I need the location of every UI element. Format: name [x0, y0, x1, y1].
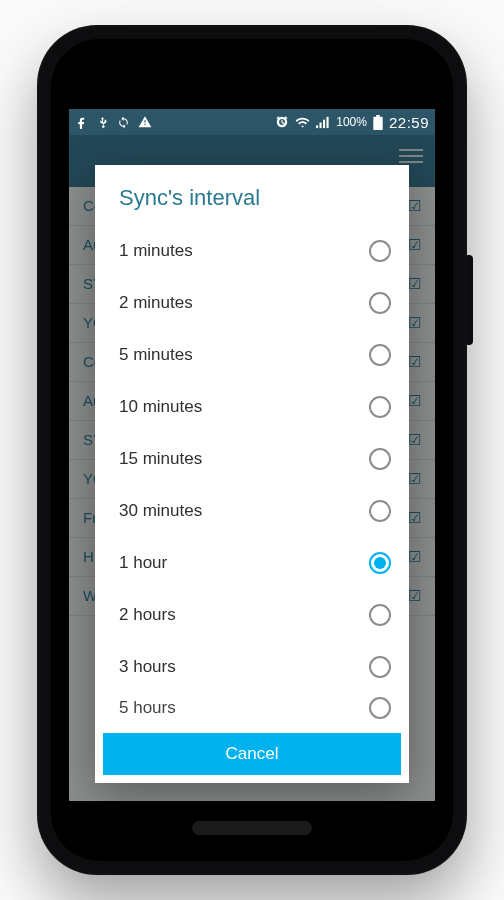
- phone-frame: 100% 22:59 Co☑Au☑SY☑YO☑Co☑Au☑SY☑YO☑Fr☑H☑…: [37, 25, 467, 875]
- option-label: 2 hours: [119, 605, 176, 625]
- radio-icon[interactable]: [369, 656, 391, 678]
- alarm-icon: [275, 115, 289, 129]
- radio-icon[interactable]: [369, 396, 391, 418]
- interval-option[interactable]: 10 minutes: [113, 381, 399, 433]
- radio-icon[interactable]: [369, 448, 391, 470]
- radio-icon[interactable]: [369, 240, 391, 262]
- screen: 100% 22:59 Co☑Au☑SY☑YO☑Co☑Au☑SY☑YO☑Fr☑H☑…: [69, 109, 435, 801]
- option-label: 5 minutes: [119, 345, 193, 365]
- signal-icon: [316, 116, 330, 129]
- radio-icon[interactable]: [369, 500, 391, 522]
- option-label: 3 hours: [119, 657, 176, 677]
- svg-rect-2: [323, 119, 325, 127]
- radio-icon[interactable]: [369, 697, 391, 719]
- radio-icon[interactable]: [369, 292, 391, 314]
- radio-icon[interactable]: [369, 604, 391, 626]
- interval-option[interactable]: 30 minutes: [113, 485, 399, 537]
- facebook-icon: [75, 116, 88, 129]
- svg-rect-5: [373, 116, 382, 129]
- interval-option[interactable]: 1 minutes: [113, 225, 399, 277]
- power-button: [467, 255, 473, 345]
- option-label: 2 minutes: [119, 293, 193, 313]
- option-label: 5 hours: [119, 698, 176, 718]
- usb-icon: [96, 116, 109, 129]
- interval-option[interactable]: 2 minutes: [113, 277, 399, 329]
- svg-rect-1: [320, 122, 322, 128]
- phone-bezel: 100% 22:59 Co☑Au☑SY☑YO☑Co☑Au☑SY☑YO☑Fr☑H☑…: [51, 39, 453, 861]
- interval-option[interactable]: 5 hours: [113, 693, 399, 723]
- svg-rect-4: [376, 115, 380, 117]
- option-label: 1 hour: [119, 553, 167, 573]
- option-label: 15 minutes: [119, 449, 202, 469]
- dialog-title: Sync's interval: [95, 165, 409, 221]
- clock: 22:59: [389, 114, 429, 131]
- battery-icon: [373, 115, 383, 130]
- sync-icon: [117, 116, 130, 129]
- sync-interval-dialog: Sync's interval 1 minutes2 minutes5 minu…: [95, 165, 409, 783]
- option-label: 30 minutes: [119, 501, 202, 521]
- interval-option[interactable]: 1 hour: [113, 537, 399, 589]
- warning-icon: [138, 115, 152, 129]
- interval-option[interactable]: 3 hours: [113, 641, 399, 693]
- home-indicator: [192, 821, 312, 835]
- cancel-button[interactable]: Cancel: [103, 733, 401, 775]
- wifi-icon: [295, 116, 310, 129]
- radio-icon[interactable]: [369, 344, 391, 366]
- option-label: 1 minutes: [119, 241, 193, 261]
- status-bar: 100% 22:59: [69, 109, 435, 135]
- options-list: 1 minutes2 minutes5 minutes10 minutes15 …: [95, 221, 409, 727]
- option-label: 10 minutes: [119, 397, 202, 417]
- interval-option[interactable]: 15 minutes: [113, 433, 399, 485]
- radio-icon[interactable]: [369, 552, 391, 574]
- battery-percent: 100%: [336, 115, 367, 129]
- svg-rect-3: [327, 116, 329, 127]
- svg-rect-0: [316, 125, 318, 128]
- interval-option[interactable]: 5 minutes: [113, 329, 399, 381]
- interval-option[interactable]: 2 hours: [113, 589, 399, 641]
